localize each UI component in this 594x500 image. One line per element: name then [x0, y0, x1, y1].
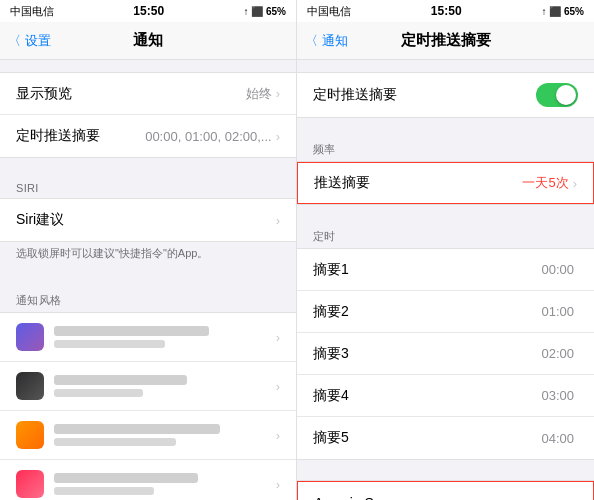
summary-row-4[interactable]: 摘要4 03:00: [297, 375, 594, 417]
app-row-content-4: [54, 473, 276, 495]
toggle-row[interactable]: 定时推送摘要: [297, 73, 594, 117]
siri-section: SIRI Siri建议 › 选取锁屏时可以建议"快捷指令"的App。: [0, 178, 296, 269]
toggle-section: 定时推送摘要: [297, 72, 594, 118]
show-preview-row[interactable]: 显示预览 始终 ›: [0, 73, 296, 115]
app-row-content-3: [54, 424, 276, 446]
apps-in-summary-label: Apps in Summary: [314, 495, 573, 501]
toggle-label: 定时推送摘要: [313, 86, 536, 104]
time-left: 15:50: [133, 4, 164, 18]
status-bar-right: 中国电信 15:50 ↑ ⬛ 65%: [297, 0, 594, 22]
chevron-icon: ›: [276, 213, 280, 228]
toggle-switch[interactable]: [536, 83, 578, 107]
app-row-content-2: [54, 375, 276, 397]
apps-in-summary-section: Apps in Summary ›: [297, 480, 594, 500]
left-panel: 中国电信 15:50 ↑ ⬛ 65% 〈 设置 通知 显示预览 始终 › 定时推…: [0, 0, 297, 500]
app-row-name-3: [54, 424, 220, 434]
app-row-sub-3: [54, 438, 176, 446]
summary-label-4: 摘要4: [313, 387, 541, 405]
app-row-name-1: [54, 326, 209, 336]
chevron-icon: ›: [276, 86, 280, 101]
show-preview-label: 显示预览: [16, 85, 246, 103]
app-row-name-4: [54, 473, 198, 483]
apps-in-summary-group: Apps in Summary ›: [297, 480, 594, 500]
freq-section: 频率 推送摘要 一天5次 ›: [297, 138, 594, 205]
summary-label-3: 摘要3: [313, 345, 541, 363]
siri-header: SIRI: [0, 178, 296, 198]
scheduled-section: 定时 摘要1 00:00 摘要2 01:00 摘要3 02:00 摘要4 03:…: [297, 225, 594, 460]
page-title-right: 定时推送摘要: [401, 31, 491, 50]
siri-suggestions-row[interactable]: Siri建议 ›: [0, 199, 296, 241]
main-section-left: 显示预览 始终 › 定时推送摘要 00:00, 01:00, 02:00,...…: [0, 72, 296, 158]
freq-header: 频率: [297, 138, 594, 161]
freq-row[interactable]: 推送摘要 一天5次 ›: [297, 162, 594, 204]
apps-in-summary-row[interactable]: Apps in Summary ›: [297, 481, 594, 500]
summary-label-1: 摘要1: [313, 261, 541, 279]
notif-style-section: 通知风格 › ›: [0, 289, 296, 500]
app-icon-4: [16, 470, 44, 498]
siri-suggestions-label: Siri建议: [16, 211, 276, 229]
app-icon-2: [16, 372, 44, 400]
back-button-right[interactable]: 〈 通知: [305, 32, 348, 50]
freq-row-value: 一天5次: [522, 174, 568, 192]
chevron-icon: ›: [276, 330, 280, 345]
carrier-left: 中国电信: [10, 4, 54, 19]
freq-row-label: 推送摘要: [314, 174, 522, 192]
app-row-1[interactable]: ›: [0, 313, 296, 362]
siri-note: 选取锁屏时可以建议"快捷指令"的App。: [0, 242, 296, 269]
summaries-group: 摘要1 00:00 摘要2 01:00 摘要3 02:00 摘要4 03:00 …: [297, 248, 594, 460]
app-row-sub-4: [54, 487, 154, 495]
app-icon-1: [16, 323, 44, 351]
status-bar-left: 中国电信 15:50 ↑ ⬛ 65%: [0, 0, 296, 22]
app-row-2[interactable]: ›: [0, 362, 296, 411]
scheduled-summary-value: 00:00, 01:00, 02:00,...: [145, 129, 272, 144]
freq-group: 推送摘要 一天5次 ›: [297, 161, 594, 205]
chevron-icon: ›: [276, 129, 280, 144]
chevron-icon: ›: [276, 428, 280, 443]
apps-group: › › ›: [0, 312, 296, 500]
chevron-icon: ›: [276, 379, 280, 394]
chevron-icon: ›: [573, 495, 577, 500]
summary-row-5[interactable]: 摘要5 04:00: [297, 417, 594, 459]
app-icon-3: [16, 421, 44, 449]
siri-group: Siri建议 ›: [0, 198, 296, 242]
summary-row-1[interactable]: 摘要1 00:00: [297, 249, 594, 291]
status-icons-right: ↑ ⬛ 65%: [541, 6, 584, 17]
scheduled-summary-row[interactable]: 定时推送摘要 00:00, 01:00, 02:00,... ›: [0, 115, 296, 157]
summary-time-5: 04:00: [541, 431, 574, 446]
settings-content-left: 显示预览 始终 › 定时推送摘要 00:00, 01:00, 02:00,...…: [0, 60, 296, 500]
summary-time-2: 01:00: [541, 304, 574, 319]
app-row-4[interactable]: ›: [0, 460, 296, 500]
toggle-group: 定时推送摘要: [297, 72, 594, 118]
status-icons-left: ↑ ⬛ 65%: [243, 6, 286, 17]
summary-row-2[interactable]: 摘要2 01:00: [297, 291, 594, 333]
right-panel: 中国电信 15:50 ↑ ⬛ 65% 〈 通知 定时推送摘要 定时推送摘要 频率…: [297, 0, 594, 500]
scheduled-summary-label: 定时推送摘要: [16, 127, 145, 145]
summary-time-1: 00:00: [541, 262, 574, 277]
app-row-name-2: [54, 375, 187, 385]
page-title-left: 通知: [133, 31, 163, 50]
settings-content-right: 定时推送摘要 频率 推送摘要 一天5次 › 定时 摘要1 00: [297, 60, 594, 500]
summary-label-2: 摘要2: [313, 303, 541, 321]
notif-style-header: 通知风格: [0, 289, 296, 312]
back-button-left[interactable]: 〈 设置: [8, 32, 51, 50]
app-row-sub-1: [54, 340, 165, 348]
scheduled-header: 定时: [297, 225, 594, 248]
summary-time-4: 03:00: [541, 388, 574, 403]
carrier-right: 中国电信: [307, 4, 351, 19]
main-group-left: 显示预览 始终 › 定时推送摘要 00:00, 01:00, 02:00,...…: [0, 72, 296, 158]
app-row-3[interactable]: ›: [0, 411, 296, 460]
chevron-icon: ›: [573, 176, 577, 191]
chevron-icon: ›: [276, 477, 280, 492]
summary-time-3: 02:00: [541, 346, 574, 361]
nav-bar-right: 〈 通知 定时推送摘要: [297, 22, 594, 60]
nav-bar-left: 〈 设置 通知: [0, 22, 296, 60]
time-right: 15:50: [431, 4, 462, 18]
summary-row-3[interactable]: 摘要3 02:00: [297, 333, 594, 375]
show-preview-value: 始终: [246, 85, 272, 103]
app-row-sub-2: [54, 389, 143, 397]
summary-label-5: 摘要5: [313, 429, 541, 447]
app-row-content-1: [54, 326, 276, 348]
